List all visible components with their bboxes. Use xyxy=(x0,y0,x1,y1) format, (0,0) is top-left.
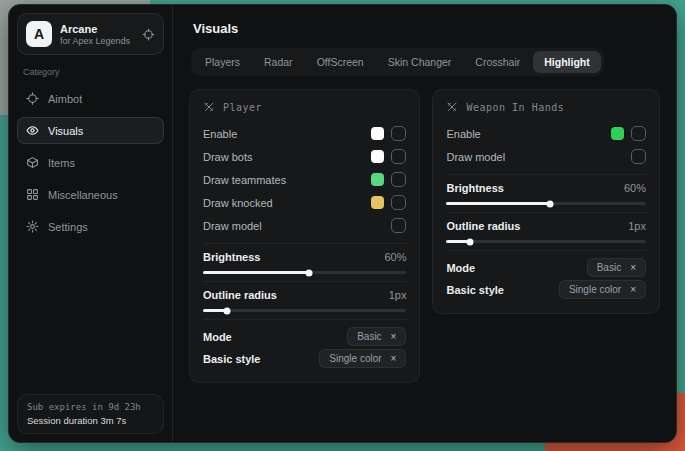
tab-bar: PlayersRadarOffScreenSkin ChangerCrossha… xyxy=(191,48,604,76)
chip-remove-icon[interactable]: × xyxy=(630,263,636,273)
setting-row-draw-knocked: Draw knocked xyxy=(203,192,406,213)
slider-section-outline-radius: Outline radius1px xyxy=(446,212,646,243)
tab-offscreen[interactable]: OffScreen xyxy=(306,51,375,73)
slider-thumb[interactable] xyxy=(467,238,474,245)
setting-row-draw-teammates: Draw teammates xyxy=(203,169,406,190)
slider-section-brightness: Brightness60% xyxy=(446,174,646,205)
chip-basic[interactable]: Basic× xyxy=(347,327,406,346)
slider-label-row: Brightness60% xyxy=(203,251,406,263)
chip-remove-icon[interactable]: × xyxy=(630,285,636,295)
slider-value: 60% xyxy=(384,251,406,263)
slider-label-row: Brightness60% xyxy=(446,182,646,194)
sidebar-item-miscellaneous[interactable]: Miscellaneous xyxy=(17,181,164,208)
setting-row-enable: Enable xyxy=(446,123,646,144)
grid-icon xyxy=(26,188,39,201)
main-content: Visuals PlayersRadarOffScreenSkin Change… xyxy=(173,5,676,442)
chip-text: Basic xyxy=(357,331,381,342)
page-title: Visuals xyxy=(193,21,660,36)
slider-label-row: Outline radius1px xyxy=(446,220,646,232)
slider-value: 1px xyxy=(389,289,407,301)
setting-label: Basic style xyxy=(203,353,260,365)
slider-fill xyxy=(203,271,309,274)
chip-single-color[interactable]: Single color× xyxy=(319,349,406,368)
tab-crosshair[interactable]: Crosshair xyxy=(464,51,531,73)
chip-remove-icon[interactable]: × xyxy=(391,332,397,342)
color-swatch[interactable] xyxy=(371,196,384,209)
sidebar-item-settings[interactable]: Settings xyxy=(17,213,164,240)
subscription-info-card: Sub expires in 9d 23h Session duration 3… xyxy=(17,394,164,434)
session-duration-text: Session duration 3m 7s xyxy=(27,415,154,426)
tab-radar[interactable]: Radar xyxy=(253,51,304,73)
checkbox[interactable] xyxy=(631,149,646,164)
sidebar-item-label: Items xyxy=(48,157,75,169)
sidebar-item-visuals[interactable]: Visuals xyxy=(17,117,164,144)
chip-basic[interactable]: Basic× xyxy=(587,258,646,277)
slider-section-outline-radius: Outline radius1px xyxy=(203,281,406,312)
slider-section-brightness: Brightness60% xyxy=(203,243,406,274)
slider-thumb[interactable] xyxy=(224,307,231,314)
checkbox[interactable] xyxy=(631,126,646,141)
setting-label: Mode xyxy=(203,331,232,343)
color-swatch[interactable] xyxy=(371,150,384,163)
slider-thumb[interactable] xyxy=(547,200,554,207)
setting-controls xyxy=(371,126,406,141)
slider-label: Outline radius xyxy=(446,220,520,232)
chip-text: Single color xyxy=(569,284,621,295)
slider-value: 1px xyxy=(628,220,646,232)
sub-expires-text: Sub expires in 9d 23h xyxy=(27,402,154,412)
color-swatch[interactable] xyxy=(611,127,624,140)
target-icon xyxy=(26,92,39,105)
chip-remove-icon[interactable]: × xyxy=(391,354,397,364)
slider-label-row: Outline radius1px xyxy=(203,289,406,301)
setting-label: Basic style xyxy=(446,284,503,296)
tab-players[interactable]: Players xyxy=(194,51,251,73)
sidebar-item-label: Miscellaneous xyxy=(48,189,118,201)
setting-label: Draw knocked xyxy=(203,197,273,209)
swords-icon xyxy=(446,101,458,113)
setting-row-enable: Enable xyxy=(203,123,406,144)
chip-text: Basic xyxy=(597,262,621,273)
slider-thumb[interactable] xyxy=(305,269,312,276)
panel-header: Weapon In Hands xyxy=(446,101,646,113)
slider-label: Outline radius xyxy=(203,289,277,301)
sidebar: A Arcane for Apex Legends Category Aimbo… xyxy=(9,5,173,442)
slider-track[interactable] xyxy=(203,309,406,312)
checkbox[interactable] xyxy=(391,218,406,233)
slider-track[interactable] xyxy=(203,271,406,274)
checkbox[interactable] xyxy=(391,172,406,187)
setting-row-draw-model: Draw model xyxy=(203,215,406,236)
setting-label: Draw teammates xyxy=(203,174,286,186)
crosshair-icon[interactable] xyxy=(142,28,155,41)
app-header-card: A Arcane for Apex Legends xyxy=(17,13,164,55)
setting-row-mode: ModeBasic× xyxy=(203,319,406,346)
sidebar-item-items[interactable]: Items xyxy=(17,149,164,176)
setting-controls xyxy=(391,218,406,233)
tab-highlight[interactable]: Highlight xyxy=(533,51,601,73)
app-subtitle: for Apex Legends xyxy=(60,36,134,46)
arcane-window: A Arcane for Apex Legends Category Aimbo… xyxy=(8,4,677,443)
color-swatch[interactable] xyxy=(371,173,384,186)
app-meta: Arcane for Apex Legends xyxy=(60,23,134,46)
sidebar-item-label: Settings xyxy=(48,221,88,233)
setting-label: Draw model xyxy=(446,151,505,163)
checkbox[interactable] xyxy=(391,149,406,164)
setting-row-basic-style: Basic styleSingle color× xyxy=(203,348,406,369)
setting-row-basic-style: Basic styleSingle color× xyxy=(446,279,646,300)
slider-label: Brightness xyxy=(203,251,260,263)
panel-player: PlayerEnableDraw botsDraw teammatesDraw … xyxy=(189,89,420,383)
slider-track[interactable] xyxy=(446,202,646,205)
tab-skin-changer[interactable]: Skin Changer xyxy=(377,51,463,73)
sidebar-item-aimbot[interactable]: Aimbot xyxy=(17,85,164,112)
setting-controls xyxy=(371,172,406,187)
slider-track[interactable] xyxy=(446,240,646,243)
setting-controls xyxy=(371,195,406,210)
chip-single-color[interactable]: Single color× xyxy=(559,280,646,299)
gear-icon xyxy=(26,220,39,233)
panel-header: Player xyxy=(203,101,406,113)
color-swatch[interactable] xyxy=(371,127,384,140)
panel-title: Weapon In Hands xyxy=(466,102,564,113)
setting-label: Enable xyxy=(203,128,237,140)
checkbox[interactable] xyxy=(391,195,406,210)
sidebar-item-label: Aimbot xyxy=(48,93,82,105)
checkbox[interactable] xyxy=(391,126,406,141)
